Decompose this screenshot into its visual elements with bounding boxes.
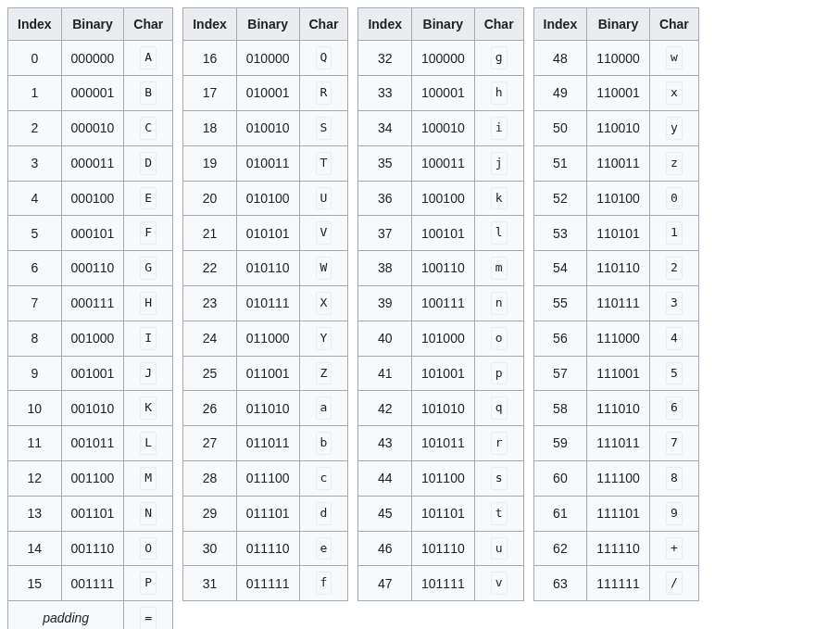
cell-char: J — [124, 356, 173, 391]
cell-binary: 011001 — [236, 356, 299, 391]
cell-binary: 100111 — [411, 285, 474, 321]
char-code: n — [491, 292, 508, 315]
cell-index: 11 — [8, 426, 62, 461]
cell-index: 47 — [358, 566, 412, 601]
table-row: 15001111P — [8, 566, 173, 601]
char-code: 6 — [666, 396, 683, 420]
cell-binary: 100011 — [411, 145, 474, 181]
cell-binary: 101111 — [411, 566, 474, 601]
char-code: m — [491, 257, 508, 280]
encoding-table-1-body: 16010000Q17010001R18010010S19010011T2001… — [183, 41, 348, 601]
table-row: 44101100s — [358, 460, 523, 496]
cell-binary: 011010 — [236, 391, 299, 426]
table-row: 611111019 — [533, 496, 698, 531]
table-row: 25011001Z — [183, 356, 348, 391]
char-code: H — [140, 292, 157, 315]
cell-index: 3 — [8, 145, 62, 181]
cell-index: 18 — [183, 110, 237, 145]
table-row: 41101001p — [358, 356, 523, 391]
table-row: 10001010K — [8, 391, 173, 426]
cell-char: T — [299, 145, 348, 181]
cell-binary: 100000 — [411, 41, 474, 76]
cell-char: F — [124, 216, 173, 251]
table-row: 11001011L — [8, 426, 173, 461]
table-row: 48110000w — [533, 41, 698, 76]
cell-char: + — [649, 531, 698, 566]
char-code: d — [316, 502, 332, 525]
table-row: 46101110u — [358, 531, 523, 566]
table-row: 51110011z — [533, 145, 698, 181]
table-row: 5000101F — [8, 216, 173, 251]
table-row: 551101113 — [533, 285, 698, 321]
cell-binary: 111010 — [587, 391, 650, 426]
header-char: Char — [649, 8, 698, 41]
table-row: 29011101d — [183, 496, 348, 531]
cell-binary: 101100 — [411, 460, 474, 496]
char-code: 1 — [666, 221, 683, 245]
cell-index: 41 — [358, 356, 412, 391]
cell-binary: 100001 — [411, 76, 474, 111]
cell-binary: 010011 — [236, 145, 299, 181]
cell-binary: 001000 — [61, 321, 124, 356]
cell-char: z — [649, 145, 698, 181]
char-code: 5 — [666, 362, 683, 385]
cell-binary: 010010 — [236, 110, 299, 145]
char-code: L — [140, 432, 157, 455]
cell-index: 33 — [358, 76, 412, 111]
table-row: 47101111v — [358, 566, 523, 601]
table-row: 63111111/ — [533, 566, 698, 601]
table-row: 591110117 — [533, 426, 698, 461]
table-row: 49110001x — [533, 76, 698, 111]
cell-char: 1 — [649, 216, 698, 251]
cell-index: 46 — [358, 531, 412, 566]
cell-char: o — [474, 321, 523, 356]
encoding-table-3: Index Binary Char 48110000w49110001x5011… — [533, 7, 699, 601]
table-row: 541101102 — [533, 251, 698, 286]
cell-index: 50 — [533, 110, 587, 145]
table-row: 521101000 — [533, 181, 698, 216]
char-code: A — [140, 46, 157, 69]
cell-char: Y — [299, 321, 348, 356]
cell-binary: 010001 — [236, 76, 299, 111]
table-row: 1000001B — [8, 76, 173, 111]
cell-index: 40 — [358, 321, 412, 356]
char-code: u — [491, 537, 508, 560]
cell-index: 60 — [533, 460, 587, 496]
char-code: J — [140, 362, 157, 385]
cell-binary: 010111 — [236, 285, 299, 321]
cell-binary: 101110 — [411, 531, 474, 566]
char-code: k — [491, 187, 508, 210]
cell-index: 28 — [183, 460, 237, 496]
table-row: 35100011j — [358, 145, 523, 181]
char-code: c — [316, 467, 332, 490]
cell-binary: 111100 — [587, 460, 650, 496]
char-code: h — [491, 82, 508, 105]
cell-binary: 111011 — [587, 426, 650, 461]
cell-index: 25 — [183, 356, 237, 391]
cell-char: f — [299, 566, 348, 601]
cell-char: j — [474, 145, 523, 181]
char-code: N — [140, 502, 157, 525]
cell-index: 12 — [8, 460, 62, 496]
cell-binary: 101011 — [411, 426, 474, 461]
cell-char: q — [474, 391, 523, 426]
cell-char: W — [299, 251, 348, 286]
cell-binary: 101101 — [411, 496, 474, 531]
cell-char: b — [299, 426, 348, 461]
char-code: X — [316, 292, 332, 315]
cell-index: 35 — [358, 145, 412, 181]
table-row: 40101000o — [358, 321, 523, 356]
table-row: 601111008 — [533, 460, 698, 496]
cell-index: 49 — [533, 76, 587, 111]
header-binary: Binary — [587, 8, 650, 41]
cell-binary: 110000 — [587, 41, 650, 76]
cell-binary: 000001 — [61, 76, 124, 111]
cell-index: 17 — [183, 76, 237, 111]
cell-char: u — [474, 531, 523, 566]
table-row: 21010101V — [183, 216, 348, 251]
cell-char: d — [299, 496, 348, 531]
char-code: B — [140, 82, 157, 105]
encoding-tables: Index Binary Char 0000000A1000001B200001… — [7, 7, 833, 629]
cell-index: 62 — [533, 531, 587, 566]
cell-index: 32 — [358, 41, 412, 76]
